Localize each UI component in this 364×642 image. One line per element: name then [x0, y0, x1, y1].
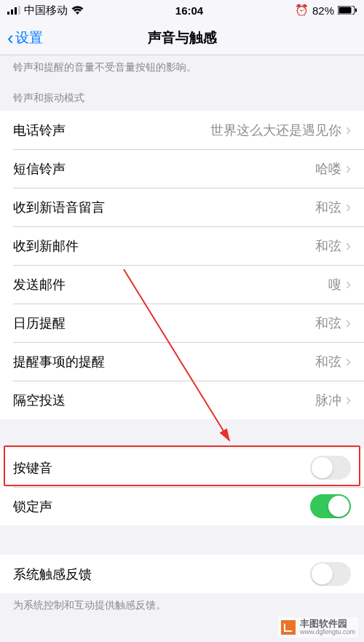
svg-rect-1 — [11, 9, 13, 15]
volume-button-hint: 铃声和提醒的音量不受音量按钮的影响。 — [0, 55, 364, 82]
watermark-url: www.dgfengtu.com — [300, 629, 355, 636]
alarm-icon: ⏰ — [295, 4, 309, 17]
row-value: 世界这么大还是遇见你 — [210, 122, 341, 139]
battery-icon — [338, 6, 357, 15]
haptics-hint: 为系统控制和互动提供触感反馈。 — [0, 593, 364, 619]
status-bar: 中国移动 16:04 ⏰ 82% — [0, 0, 364, 20]
ringtone-list: 电话铃声 世界这么大还是遇见你 › 短信铃声 哈喽 › 收到新语音留言 和弦 ›… — [0, 111, 364, 419]
row-value: 和弦 — [315, 199, 341, 216]
row-label: 发送邮件 — [13, 276, 66, 293]
watermark-logo-icon — [281, 620, 296, 635]
row-airdrop[interactable]: 隔空投送 脉冲 › — [0, 381, 364, 419]
row-value: 哈喽 — [315, 160, 341, 178]
back-button[interactable]: ‹ 设置 — [7, 28, 43, 47]
row-lock-sound: 锁定声 — [0, 487, 364, 526]
row-system-haptics: 系统触感反馈 — [0, 555, 364, 593]
row-sms[interactable]: 短信铃声 哈喽 › — [0, 149, 364, 188]
wifi-icon — [71, 6, 84, 15]
chevron-right-icon: › — [346, 391, 351, 410]
row-value: 和弦 — [315, 237, 341, 255]
row-label: 电话铃声 — [13, 122, 66, 139]
row-label: 锁定声 — [13, 498, 52, 515]
row-label: 日历提醒 — [13, 314, 66, 332]
svg-rect-0 — [7, 12, 9, 15]
svg-rect-6 — [355, 9, 357, 12]
chevron-right-icon: › — [346, 237, 351, 255]
section-header-ringtones: 铃声和振动模式 — [0, 82, 364, 111]
row-label: 收到新邮件 — [13, 237, 79, 255]
row-ringtone[interactable]: 电话铃声 世界这么大还是遇见你 › — [0, 111, 364, 149]
row-label: 收到新语音留言 — [13, 199, 105, 216]
chevron-right-icon: › — [346, 198, 351, 217]
chevron-right-icon: › — [346, 121, 351, 140]
page-title: 声音与触感 — [148, 28, 217, 47]
row-value: 和弦 — [315, 314, 341, 332]
haptics-list: 系统触感反馈 — [0, 555, 364, 593]
watermark: 丰图软件园 www.dgfengtu.com — [278, 617, 358, 638]
row-label: 短信铃声 — [13, 160, 66, 178]
watermark-title: 丰图软件园 — [300, 619, 355, 629]
row-label: 提醒事项的提醒 — [13, 353, 105, 370]
row-calendar[interactable]: 日历提醒 和弦 › — [0, 304, 364, 342]
back-label: 设置 — [15, 28, 43, 47]
row-voicemail[interactable]: 收到新语音留言 和弦 › — [0, 188, 364, 226]
lock-sound-toggle[interactable] — [310, 494, 351, 518]
row-value: 和弦 — [315, 353, 341, 370]
row-value: 嗖 — [328, 276, 341, 293]
nav-bar: ‹ 设置 声音与触感 — [0, 20, 364, 55]
status-time: 16:04 — [175, 4, 203, 17]
row-label: 按键音 — [13, 459, 52, 477]
row-label: 隔空投送 — [13, 392, 66, 409]
chevron-right-icon: › — [346, 159, 351, 178]
chevron-right-icon: › — [346, 275, 351, 294]
signal-icon — [7, 6, 20, 15]
chevron-right-icon: › — [346, 352, 351, 371]
carrier-label: 中国移动 — [24, 4, 68, 17]
svg-rect-5 — [339, 7, 352, 14]
keyboard-clicks-toggle[interactable] — [310, 456, 351, 480]
svg-rect-2 — [15, 7, 17, 15]
chevron-right-icon: › — [346, 314, 351, 333]
back-chevron-icon: ‹ — [7, 28, 14, 47]
row-sent-mail[interactable]: 发送邮件 嗖 › — [0, 265, 364, 304]
row-label: 系统触感反馈 — [13, 566, 92, 583]
row-reminders[interactable]: 提醒事项的提醒 和弦 › — [0, 342, 364, 381]
system-haptics-toggle[interactable] — [310, 562, 351, 586]
toggle-list: 按键音 锁定声 — [0, 448, 364, 526]
svg-rect-3 — [18, 6, 20, 15]
battery-percent: 82% — [312, 4, 334, 17]
row-keyboard-clicks: 按键音 — [0, 448, 364, 487]
row-mail[interactable]: 收到新邮件 和弦 › — [0, 226, 364, 265]
row-value: 脉冲 — [315, 392, 341, 409]
